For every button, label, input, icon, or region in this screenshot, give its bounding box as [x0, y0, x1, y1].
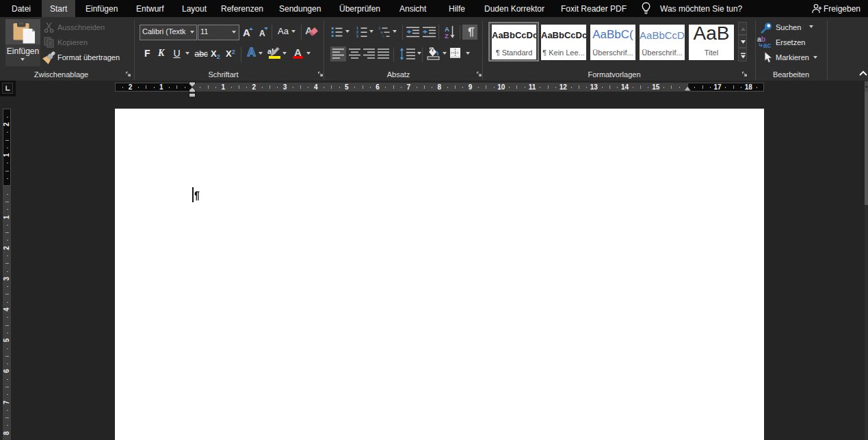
svg-text:c: c: [767, 41, 772, 48]
svg-text:i: i: [383, 34, 384, 38]
svg-text:3: 3: [356, 34, 358, 38]
svg-text:Z: Z: [445, 32, 449, 39]
